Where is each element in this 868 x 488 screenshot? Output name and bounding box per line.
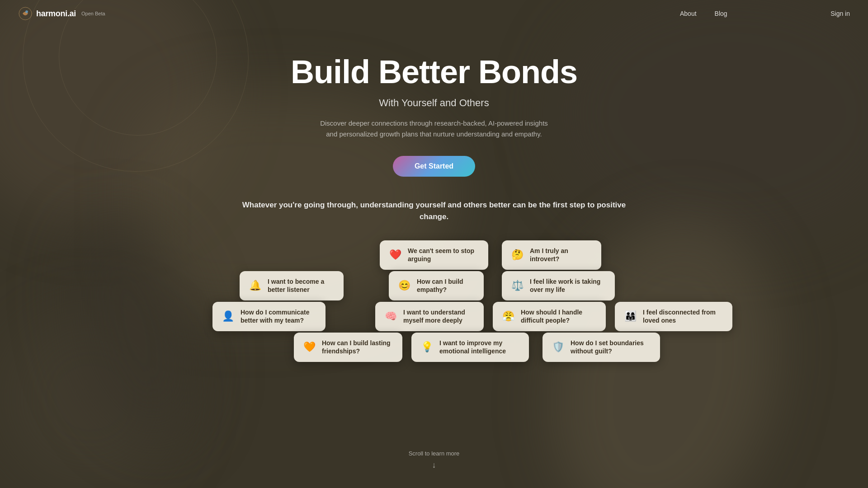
card-communicate[interactable]: 👤 How do I communicate better with my te… [212, 302, 326, 331]
frustrated-icon: 😤 [501, 310, 515, 322]
shield-icon: 🛡️ [551, 341, 565, 353]
card-work-text: I feel like work is taking over my life [530, 277, 607, 294]
card-listener[interactable]: 🔔 I want to become a better listener [240, 271, 344, 300]
scroll-label: Scroll to learn more [409, 450, 460, 457]
family-icon: 👨‍👩‍👧 [623, 310, 637, 322]
hero-description: Discover deeper connections through rese… [316, 118, 552, 140]
smile-icon: 😊 [397, 280, 411, 291]
nav-blog[interactable]: Blog [715, 10, 727, 17]
card-difficult-text: How should I handle difficult people? [521, 308, 598, 324]
scroll-arrow-icon: ↓ [432, 460, 436, 470]
heart-icon: ❤️ [388, 249, 402, 261]
card-emotional[interactable]: 💡 I want to improve my emotional intelli… [411, 333, 529, 361]
card-empathy[interactable]: 😊 How can I build empathy? [389, 271, 484, 300]
card-listener-text: I want to become a better listener [268, 277, 335, 294]
person-icon: 👤 [221, 310, 235, 322]
orange-heart-icon: 🧡 [302, 341, 316, 353]
cards-container: ❤️ We can't seem to stop arguing 🤔 Am I … [276, 240, 592, 344]
card-stop-arguing[interactable]: ❤️ We can't seem to stop arguing [380, 240, 488, 269]
navbar: harmoni.ai Open Beta About Blog Sign in [0, 0, 868, 27]
card-disconnected-text: I feel disconnected from loved ones [643, 308, 724, 324]
card-understand[interactable]: 🧠 I want to understand myself more deepl… [375, 302, 484, 331]
main-content: Build Better Bonds With Yourself and Oth… [0, 0, 868, 488]
card-introvert[interactable]: 🤔 Am I truly an introvert? [502, 240, 601, 269]
card-work[interactable]: ⚖️ I feel like work is taking over my li… [502, 271, 615, 300]
card-introvert-text: Am I truly an introvert? [530, 247, 593, 263]
beta-badge: Open Beta [81, 11, 105, 16]
bulb-icon: 💡 [420, 341, 434, 353]
card-boundaries[interactable]: 🛡️ How do I set boundaries without guilt… [542, 333, 660, 361]
sign-in-button[interactable]: Sign in [830, 10, 850, 17]
brand-name: harmoni.ai [36, 9, 76, 19]
svg-point-1 [25, 10, 28, 13]
card-difficult[interactable]: 😤 How should I handle difficult people? [493, 302, 606, 331]
scale-icon: ⚖️ [510, 280, 524, 291]
get-started-button[interactable]: Get Started [393, 156, 475, 177]
logo-area[interactable]: harmoni.ai Open Beta [18, 6, 105, 21]
tagline: Whatever you're going through, understan… [231, 199, 637, 222]
brain-icon: 🧠 [383, 310, 398, 322]
card-friendships-text: How can I build lasting friendships? [322, 339, 394, 355]
nav-about[interactable]: About [680, 10, 697, 17]
thinking-icon: 🤔 [510, 249, 524, 261]
nav-links: About Blog [680, 10, 727, 17]
card-empathy-text: How can I build empathy? [417, 277, 476, 294]
card-communicate-text: How do I communicate better with my team… [241, 308, 317, 324]
hero-subtitle: With Yourself and Others [379, 97, 489, 109]
card-friendships[interactable]: 🧡 How can I build lasting friendships? [294, 333, 402, 361]
card-disconnected[interactable]: 👨‍👩‍👧 I feel disconnected from loved one… [615, 302, 732, 331]
card-emotional-text: I want to improve my emotional intellige… [439, 339, 521, 355]
card-understand-text: I want to understand myself more deeply [403, 308, 476, 324]
logo-icon [18, 6, 33, 21]
card-stop-arguing-text: We can't seem to stop arguing [408, 247, 480, 263]
bell-icon: 🔔 [248, 280, 262, 291]
scroll-hint: Scroll to learn more ↓ [409, 450, 460, 470]
hero-title: Build Better Bonds [291, 54, 577, 90]
card-boundaries-text: How do I set boundaries without guilt? [571, 339, 652, 355]
